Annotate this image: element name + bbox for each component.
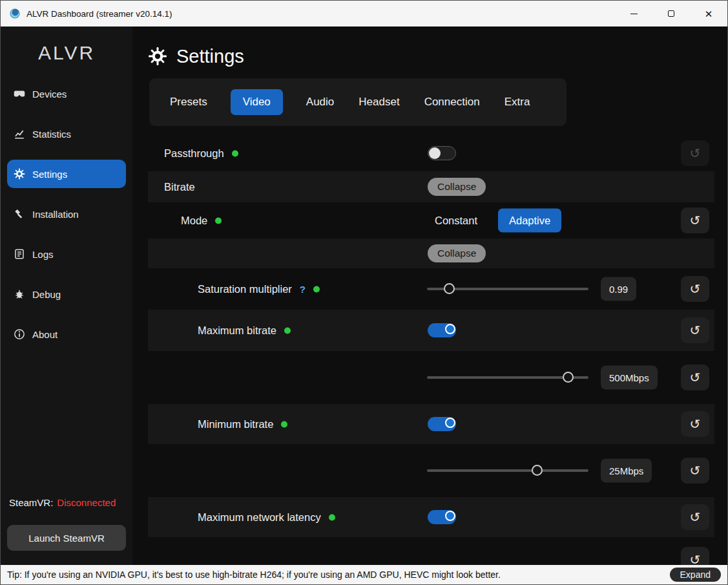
slider-thumb[interactable] (444, 283, 455, 294)
toggle-knob (445, 324, 455, 334)
value-badge[interactable]: 0.99 (601, 277, 636, 301)
tip-text: Tip: If you're using an NVIDIA GPU, it's… (7, 569, 501, 580)
setting-label: Passthrough (164, 147, 224, 160)
launch-steamvr-button[interactable]: Launch SteamVR (7, 525, 126, 551)
setting-row-saturation-multiplier: Saturation multiplier ? 0.99 ↺ (148, 268, 714, 310)
reset-icon: ↺ (690, 214, 701, 227)
settings-tabbar: Presets Video Audio Headset Connection E… (149, 78, 567, 126)
status-dot (281, 421, 287, 427)
slider-thumb[interactable] (532, 465, 543, 476)
reset-icon: ↺ (690, 553, 701, 565)
tab-extra[interactable]: Extra (503, 89, 532, 115)
setting-row-mode: Mode Constant Adaptive ↺ (148, 202, 714, 239)
reset-button[interactable]: ↺ (681, 504, 709, 530)
status-dot (284, 327, 291, 334)
sidebar-item-debug[interactable]: Debug (7, 280, 126, 308)
minimize-button[interactable] (615, 1, 652, 27)
settings-rows: Passthrough ↺ Bitrate Collapse M (148, 135, 714, 565)
saturation-slider[interactable] (427, 283, 588, 295)
mode-option-constant[interactable]: Constant (435, 215, 477, 227)
reset-icon: ↺ (690, 324, 701, 337)
headset-icon (14, 88, 25, 100)
setting-label: Mode (181, 215, 207, 227)
setting-label: Maximum network latency (198, 511, 321, 524)
sidebar-nav: Devices Statistics (1, 80, 132, 348)
maximum-bitrate-slider[interactable] (427, 372, 588, 383)
close-button[interactable]: ✕ (690, 1, 727, 27)
value-badge[interactable]: 500Mbps (601, 366, 658, 390)
info-icon (14, 328, 25, 340)
sidebar-item-label: Installation (32, 209, 79, 220)
reset-button[interactable]: ↺ (681, 547, 709, 565)
status-dot (329, 514, 335, 520)
passthrough-toggle[interactable] (428, 146, 456, 160)
status-dot (215, 217, 222, 224)
reset-button[interactable]: ↺ (681, 276, 709, 302)
steamvr-status-line: SteamVR:Disconnected (9, 497, 116, 508)
setting-row-partial: ↺ (148, 537, 714, 565)
setting-row-passthrough: Passthrough ↺ (148, 135, 714, 171)
gear-icon (148, 47, 167, 66)
setting-row-maximum-bitrate: Maximum bitrate ↺ (148, 310, 714, 351)
steamvr-label: SteamVR: (9, 497, 53, 508)
setting-row-maximum-bitrate-value: 500Mbps ↺ (148, 351, 714, 404)
setting-label: Minimum bitrate (198, 418, 273, 431)
reset-button[interactable]: ↺ (681, 207, 709, 233)
setting-row-maximum-network-latency: Maximum network latency ↺ (148, 497, 714, 537)
minimize-icon (630, 14, 638, 14)
settings-page: Settings Presets Video Audio Headset Con… (132, 27, 727, 565)
help-icon[interactable]: ? (300, 284, 306, 295)
reset-button[interactable]: ↺ (681, 411, 709, 437)
sidebar-item-devices[interactable]: Devices (7, 80, 126, 108)
sidebar-item-about[interactable]: About (7, 320, 126, 348)
page-title: Settings (176, 46, 244, 67)
sidebar-item-logs[interactable]: Logs (7, 240, 126, 268)
value-badge[interactable]: 25Mbps (601, 459, 652, 483)
window-controls: ✕ (615, 1, 727, 27)
reset-icon: ↺ (690, 418, 701, 431)
gear-icon (14, 168, 25, 180)
sidebar-item-label: About (32, 329, 57, 340)
sidebar-item-statistics[interactable]: Statistics (7, 120, 126, 148)
sidebar-item-label: Statistics (32, 129, 71, 140)
statusbar: Tip: If you're using an NVIDIA GPU, it's… (1, 565, 727, 584)
tab-presets[interactable]: Presets (169, 89, 209, 115)
setting-label: Maximum bitrate (198, 324, 276, 337)
setting-row-bitrate-section: Bitrate Collapse (148, 171, 714, 202)
maximum-bitrate-toggle[interactable] (428, 323, 456, 337)
sidebar-item-settings[interactable]: Settings (7, 160, 126, 188)
sidebar-item-label: Settings (32, 169, 67, 180)
slider-thumb[interactable] (563, 372, 574, 383)
expand-button[interactable]: Expand (670, 568, 721, 582)
slider-track (427, 469, 588, 472)
reset-icon: ↺ (690, 147, 701, 160)
tab-headset[interactable]: Headset (357, 89, 400, 115)
minimum-bitrate-slider[interactable] (427, 465, 588, 476)
window-title: ALVR Dashboard (streamer v20.14.1) (26, 9, 172, 19)
minimum-bitrate-toggle[interactable] (428, 417, 456, 431)
brand-logo: ALVR (1, 37, 132, 69)
reset-button[interactable]: ↺ (681, 458, 709, 484)
bug-icon (14, 288, 25, 300)
toggle-knob (445, 418, 455, 428)
status-dot (313, 286, 320, 292)
collapse-button[interactable]: Collapse (428, 178, 486, 196)
app-window: ALVR Dashboard (streamer v20.14.1) ✕ ALV… (0, 0, 728, 585)
maximize-button[interactable] (652, 1, 690, 27)
setting-row-minimum-bitrate-value: 25Mbps ↺ (148, 444, 714, 497)
sidebar: ALVR Devices Statistics (1, 27, 132, 565)
tab-audio[interactable]: Audio (305, 89, 335, 115)
collapse-button[interactable]: Collapse (428, 244, 486, 262)
reset-button[interactable]: ↺ (681, 365, 709, 390)
tab-video[interactable]: Video (231, 89, 283, 115)
tab-connection[interactable]: Connection (423, 89, 481, 115)
sidebar-item-installation[interactable]: Installation (7, 200, 126, 228)
chart-icon (14, 128, 25, 140)
reset-button[interactable]: ↺ (681, 317, 709, 343)
mode-option-adaptive[interactable]: Adaptive (498, 209, 561, 233)
steamvr-status: Disconnected (57, 497, 116, 508)
reset-button[interactable]: ↺ (681, 140, 709, 166)
maximum-network-latency-toggle[interactable] (428, 510, 456, 524)
page-header: Settings (148, 39, 727, 73)
status-dot (232, 150, 238, 156)
